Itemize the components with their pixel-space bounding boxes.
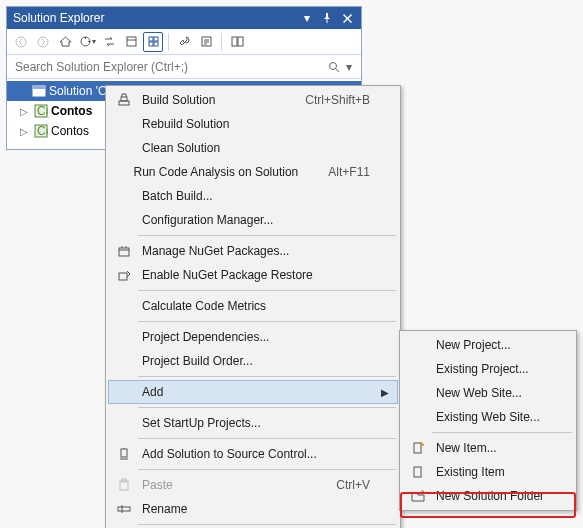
menu-deps[interactable]: Project Dependencies... [108,325,398,349]
menu-shortcut: Ctrl+Shift+B [275,93,370,107]
menu-label: Rebuild Solution [136,117,370,131]
show-all-icon[interactable] [143,32,163,52]
menu-build[interactable]: Build Solution Ctrl+Shift+B [108,88,398,112]
submenu-existing-website[interactable]: Existing Web Site... [402,405,574,429]
menu-metrics[interactable]: Calculate Code Metrics [108,294,398,318]
menu-label: Add [136,385,370,399]
menu-startup[interactable]: Set StartUp Projects... [108,411,398,435]
svg-rect-19 [121,97,127,101]
submenu-arrow-icon: ▶ [381,387,389,398]
submenu-new-item[interactable]: New Item... [402,436,574,460]
menu-label: New Project... [430,338,546,352]
svg-rect-22 [121,449,127,457]
preview-icon[interactable] [196,32,216,52]
home-icon[interactable] [55,32,75,52]
svg-rect-26 [414,443,421,453]
dropdown-icon[interactable]: ▾ [297,8,317,28]
menu-label: Existing Item [430,465,546,479]
submenu-existing-item[interactable]: Existing Item [402,460,574,484]
close-icon[interactable] [337,8,357,28]
blank-icon [406,333,430,357]
menu-nuget[interactable]: Manage NuGet Packages... [108,239,398,263]
blank-icon [112,208,136,232]
back-icon[interactable] [11,32,31,52]
svg-text:C#: C# [37,124,48,138]
menu-batch-build[interactable]: Batch Build... [108,184,398,208]
menu-separator [138,290,396,291]
menu-separator [138,321,396,322]
submenu-new-solution-folder[interactable]: New Solution Folder [402,484,574,508]
submenu-new-project[interactable]: New Project... [402,333,574,357]
paste-icon [112,473,136,497]
build-icon [112,88,136,112]
svg-rect-4 [149,37,153,41]
panel-title: Solution Explorer [11,11,297,25]
submenu-new-website[interactable]: New Web Site... [402,381,574,405]
svg-point-11 [330,62,337,69]
svg-rect-6 [149,42,153,46]
project-label: Contos [51,104,92,118]
sync-icon[interactable]: ▾ [77,32,97,52]
nuget-icon [112,239,136,263]
search-icon[interactable] [325,61,343,73]
collapse-icon[interactable] [121,32,141,52]
svg-rect-13 [33,86,45,89]
expand-icon[interactable]: ▷ [17,106,31,117]
svg-rect-5 [154,37,158,41]
menu-label: Existing Project... [430,362,546,376]
submenu-existing-project[interactable]: Existing Project... [402,357,574,381]
menu-config-manager[interactable]: Configuration Manager... [108,208,398,232]
blank-icon [112,325,136,349]
context-menu: Build Solution Ctrl+Shift+B Rebuild Solu… [105,85,401,528]
blank-icon [112,136,136,160]
menu-shortcut: Ctrl+V [306,478,370,492]
blank-icon [112,112,136,136]
menu-label: Project Dependencies... [136,330,370,344]
menu-label: New Web Site... [430,386,546,400]
menu-separator [138,235,396,236]
menu-scc[interactable]: Add Solution to Source Control... [108,442,398,466]
menu-rebuild[interactable]: Rebuild Solution [108,112,398,136]
solution-label: Solution 'C [49,84,107,98]
svg-point-0 [16,37,26,47]
search-dropdown-icon[interactable]: ▾ [343,60,355,74]
svg-point-1 [38,37,48,47]
forward-icon[interactable] [33,32,53,52]
search-input[interactable] [13,59,325,75]
menu-separator [138,524,396,525]
view-icon[interactable] [227,32,247,52]
pin-icon[interactable] [317,8,337,28]
menu-separator [138,438,396,439]
menu-order[interactable]: Project Build Order... [108,349,398,373]
refresh-icon[interactable] [99,32,119,52]
svg-text:C#: C# [37,104,48,118]
svg-rect-9 [232,37,237,46]
menu-run-analysis[interactable]: Run Code Analysis on SolutionAlt+F11 [108,160,398,184]
menu-add[interactable]: Add▶ [108,380,398,404]
menu-clean[interactable]: Clean Solution [108,136,398,160]
solution-icon [31,83,47,99]
menu-paste: PasteCtrl+V [108,473,398,497]
blank-icon [112,294,136,318]
menu-rename[interactable]: Rename [108,497,398,521]
menu-label: Project Build Order... [136,354,370,368]
panel-toolbar: ▾ [7,29,361,55]
menu-label: Run Code Analysis on Solution [128,165,299,179]
svg-rect-25 [118,507,130,511]
menu-nuget-restore[interactable]: Enable NuGet Package Restore [108,263,398,287]
menu-label: Rename [136,502,370,516]
menu-label: Enable NuGet Package Restore [136,268,370,282]
blank-icon [112,349,136,373]
svg-rect-3 [127,37,136,46]
blank-icon [406,357,430,381]
svg-rect-10 [238,37,243,46]
menu-shortcut: Alt+F11 [298,165,370,179]
blank-icon [112,160,128,184]
expand-icon[interactable]: ▷ [17,126,31,137]
properties-icon[interactable] [174,32,194,52]
new-item-icon [406,436,430,460]
menu-separator [138,376,396,377]
toolbar-separator [168,33,169,51]
blank-icon [406,381,430,405]
blank-icon [112,411,136,435]
